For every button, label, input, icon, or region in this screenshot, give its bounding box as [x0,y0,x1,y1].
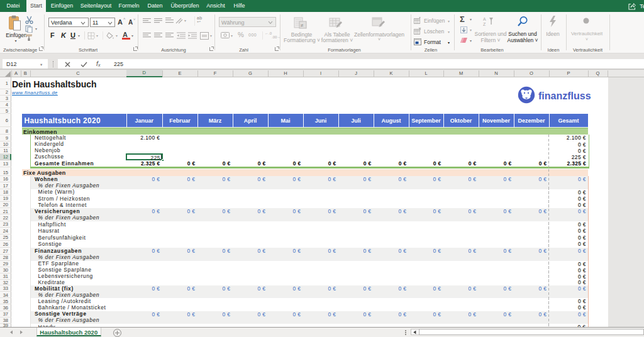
svg-text:≠: ≠ [301,23,304,28]
svg-text:A: A [483,17,486,21]
svg-text:finanzfluss: finanzfluss [538,91,591,101]
svg-text:Z: Z [483,22,486,26]
